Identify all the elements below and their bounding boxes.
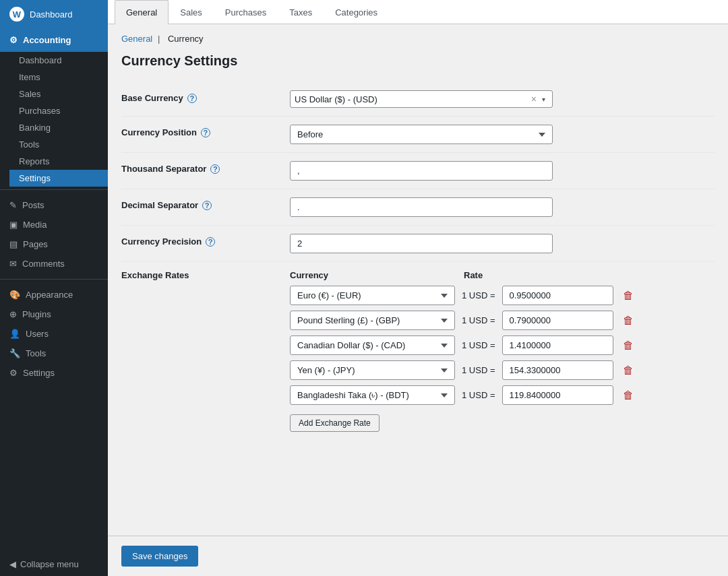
add-exchange-rate-button[interactable]: Add Exchange Rate xyxy=(290,414,380,432)
exchange-delete-0[interactable]: 🗑 xyxy=(620,287,636,305)
sidebar-item-media[interactable]: ▣ Media xyxy=(0,215,108,234)
exchange-currency-select-0[interactable]: Euro (€) - (EUR) xyxy=(290,286,455,305)
exchange-rate-input-4[interactable] xyxy=(502,385,613,405)
main-content: General Sales Purchases Taxes Categories… xyxy=(108,0,728,576)
thousand-separator-control xyxy=(290,161,715,181)
exchange-rates-header: Currency Rate xyxy=(290,270,715,280)
accounting-icon: ⚙ xyxy=(9,35,18,45)
tools-label: Tools xyxy=(19,139,39,150)
exchange-usd-label-3: 1 USD = xyxy=(462,365,495,375)
exchange-rate-input-1[interactable] xyxy=(502,311,613,330)
exchange-delete-4[interactable]: 🗑 xyxy=(620,387,636,404)
exchange-usd-label-1: 1 USD = xyxy=(462,315,495,325)
sidebar-dashboard-wp[interactable]: W Dashboard xyxy=(0,0,108,28)
purchases-label: Purchases xyxy=(19,106,60,116)
base-currency-dropdown-icon[interactable]: ▾ xyxy=(539,96,548,103)
collapse-label: Collapse menu xyxy=(20,559,79,569)
base-currency-clear-button[interactable]: × xyxy=(528,94,539,104)
collapse-icon: ◀ xyxy=(9,559,16,569)
sidebar-item-comments[interactable]: ✉ Comments xyxy=(0,254,108,274)
tabs-bar: General Sales Purchases Taxes Categories xyxy=(108,0,728,24)
sidebar-item-appearance[interactable]: 🎨 Appearance xyxy=(0,285,108,305)
exchange-delete-3[interactable]: 🗑 xyxy=(620,362,636,379)
exchange-rate-input-0[interactable] xyxy=(502,286,613,305)
comments-label: Comments xyxy=(22,259,65,269)
base-currency-row: Base Currency ? US Dollar ($) - (USD) × … xyxy=(121,82,715,117)
reports-label: Reports xyxy=(19,156,50,166)
exchange-currency-select-3[interactable]: Yen (¥) - (JPY) xyxy=(290,360,455,380)
exchange-usd-label-2: 1 USD = xyxy=(462,340,495,350)
exchange-currency-col-header: Currency xyxy=(290,270,458,280)
breadcrumb-current: Currency xyxy=(168,34,204,44)
plugins-icon: ⊕ xyxy=(9,309,17,319)
exchange-rate-col-header: Rate xyxy=(464,270,483,280)
wp-nav-section: ✎ Posts ▣ Media ▤ Pages ✉ Comments xyxy=(0,193,108,276)
accounting-nav: Dashboard Items Sales Purchases Banking … xyxy=(0,52,108,187)
tab-sales[interactable]: Sales xyxy=(169,0,214,24)
thousand-separator-label: Thousand Separator ? xyxy=(121,161,290,174)
currency-position-select[interactable]: Before After xyxy=(290,125,553,144)
thousand-separator-input[interactable] xyxy=(290,161,553,181)
appearance-label: Appearance xyxy=(26,290,73,300)
dashboard-label: Dashboard xyxy=(30,9,73,20)
base-currency-control: US Dollar ($) - (USD) × ▾ xyxy=(290,90,715,108)
tab-general[interactable]: General xyxy=(115,0,169,24)
sidebar-item-banking[interactable]: Banking xyxy=(9,119,108,136)
appearance-icon: 🎨 xyxy=(9,290,20,300)
decimal-separator-input[interactable] xyxy=(290,197,553,217)
sidebar-item-reports[interactable]: Reports xyxy=(9,153,108,170)
sidebar-divider-1 xyxy=(0,189,108,190)
save-changes-button[interactable]: Save changes xyxy=(121,546,198,567)
exchange-rates-row: Exchange Rates Currency Rate Euro (€) - … xyxy=(121,262,715,440)
comments-icon: ✉ xyxy=(9,259,17,269)
base-currency-label: Base Currency ? xyxy=(121,90,290,103)
thousand-separator-help-icon[interactable]: ? xyxy=(210,164,220,174)
sidebar-item-plugins[interactable]: ⊕ Plugins xyxy=(0,305,108,324)
exchange-rate-input-2[interactable] xyxy=(502,335,613,355)
sidebar-item-items[interactable]: Items xyxy=(9,69,108,86)
exchange-rate-row-3: Yen (¥) - (JPY) 1 USD = 🗑 xyxy=(290,360,715,380)
exchange-currency-select-1[interactable]: Pound Sterling (£) - (GBP) xyxy=(290,311,455,330)
decimal-separator-row: Decimal Separator ? xyxy=(121,189,715,226)
sidebar-item-purchases[interactable]: Purchases xyxy=(9,102,108,119)
settings-form: Base Currency ? US Dollar ($) - (USD) × … xyxy=(121,82,715,440)
exchange-delete-1[interactable]: 🗑 xyxy=(620,312,636,329)
tools-wp-label: Tools xyxy=(26,348,46,358)
exchange-currency-select-4[interactable]: Bangladeshi Taka (৳) - (BDT) xyxy=(290,385,455,405)
base-currency-help-icon[interactable]: ? xyxy=(187,94,197,103)
breadcrumb-parent-link[interactable]: General xyxy=(121,34,152,44)
breadcrumb-separator: | xyxy=(158,34,162,44)
currency-precision-input[interactable] xyxy=(290,234,553,253)
sidebar: W Dashboard ⚙ Accounting Dashboard Items… xyxy=(0,0,108,576)
accounting-section-header: ⚙ Accounting xyxy=(0,28,108,52)
sidebar-item-users[interactable]: 👤 Users xyxy=(0,324,108,344)
currency-precision-help-icon[interactable]: ? xyxy=(206,237,215,247)
currency-position-help-icon[interactable]: ? xyxy=(201,128,210,137)
exchange-usd-label-4: 1 USD = xyxy=(462,390,495,400)
sales-label: Sales xyxy=(19,89,41,99)
tab-taxes[interactable]: Taxes xyxy=(278,0,324,24)
tab-purchases[interactable]: Purchases xyxy=(214,0,278,24)
sidebar-item-tools-wp[interactable]: 🔧 Tools xyxy=(0,344,108,363)
sidebar-item-posts[interactable]: ✎ Posts xyxy=(0,195,108,215)
sidebar-item-dashboard[interactable]: Dashboard xyxy=(9,52,108,69)
sidebar-item-settings[interactable]: Settings xyxy=(9,170,108,187)
pages-label: Pages xyxy=(23,239,48,249)
decimal-separator-help-icon[interactable]: ? xyxy=(202,201,212,210)
banking-label: Banking xyxy=(19,123,51,133)
sidebar-item-tools[interactable]: Tools xyxy=(9,136,108,153)
collapse-menu-button[interactable]: ◀ Collapse menu xyxy=(0,552,108,576)
accounting-label: Accounting xyxy=(23,35,71,45)
tab-categories[interactable]: Categories xyxy=(324,0,389,24)
exchange-delete-2[interactable]: 🗑 xyxy=(620,337,636,354)
currency-position-control: Before After xyxy=(290,125,715,144)
exchange-rate-input-3[interactable] xyxy=(502,360,613,380)
currency-precision-label: Currency Precision ? xyxy=(121,234,290,247)
sidebar-item-sales[interactable]: Sales xyxy=(9,86,108,102)
exchange-rates-label: Exchange Rates xyxy=(121,270,290,280)
sidebar-item-wp-settings[interactable]: ⚙ Settings xyxy=(0,363,108,383)
exchange-rates-control: Currency Rate Euro (€) - (EUR) 1 USD = 🗑 xyxy=(290,270,715,432)
exchange-currency-select-2[interactable]: Canadian Dollar ($) - (CAD) xyxy=(290,335,455,355)
sidebar-item-pages[interactable]: ▤ Pages xyxy=(0,234,108,254)
breadcrumb: General | Currency xyxy=(121,34,715,44)
